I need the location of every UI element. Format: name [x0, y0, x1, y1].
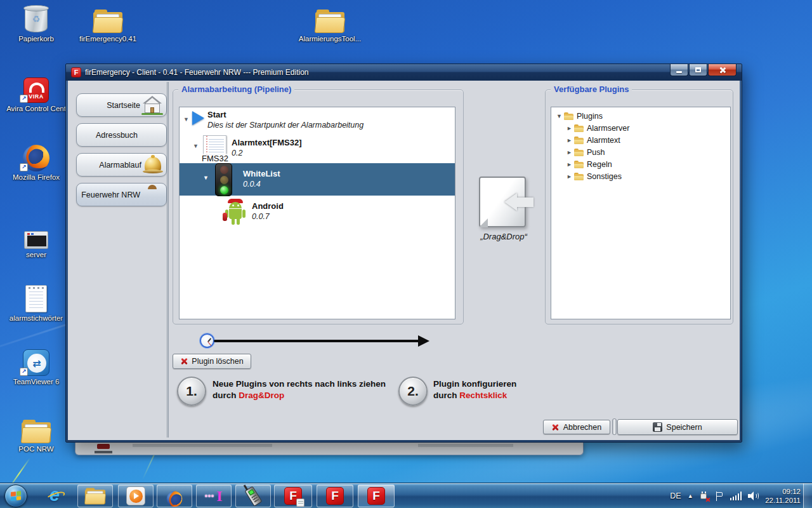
- taskbar-radio-button[interactable]: [235, 485, 271, 507]
- folder-icon: [22, 420, 51, 443]
- plugins-tree[interactable]: ▼ Plugins ► Alarmserver ► Alarmtext ►: [551, 107, 731, 319]
- desktop-icon-firefox[interactable]: ↗ Mozilla Firefox: [3, 142, 69, 182]
- expander-icon[interactable]: ►: [566, 161, 574, 168]
- window-body: Startseite Adressbuch Alarmablauf Feuerw…: [68, 81, 740, 440]
- expander-icon[interactable]: ►: [566, 149, 574, 156]
- step2-red-word: Rechtsklick: [459, 391, 507, 400]
- pipeline-node-start[interactable]: ▼ Start Dies ist der Startpunkt der Alar…: [180, 107, 455, 135]
- expander-icon[interactable]: ►: [566, 137, 574, 144]
- plugins-row-regeln[interactable]: ► Regeln: [566, 159, 612, 170]
- expander-icon[interactable]: ▼: [203, 175, 209, 181]
- desktop-icon-teamviewer[interactable]: ⇄ ↗ TeamViewer 6: [3, 347, 69, 386]
- media-player-icon: [126, 486, 145, 505]
- taskbar-firemergency-button-1[interactable]: F: [274, 485, 312, 507]
- show-desktop-button[interactable]: [803, 483, 812, 508]
- desktop-icon-label: firEmergency0.41: [75, 35, 141, 43]
- tray-time: 09:12: [765, 487, 801, 496]
- plugins-row-push[interactable]: ► Push: [566, 147, 605, 158]
- plugins-row-alarmserver[interactable]: ► Alarmserver: [566, 123, 629, 134]
- desktop-icon-alarmtool-folder[interactable]: AlarmierungsTool...: [297, 4, 363, 43]
- minimize-button[interactable]: [670, 64, 688, 76]
- background-window-edge[interactable]: [75, 441, 584, 455]
- network-plug-disconnected-icon[interactable]: [700, 491, 709, 501]
- tray-expand-icon[interactable]: ▲: [688, 493, 693, 499]
- node-title: Android: [252, 201, 284, 211]
- close-button[interactable]: [708, 64, 737, 76]
- background-window-fragment: [97, 444, 110, 449]
- tray-date: 22.11.2011: [765, 496, 801, 505]
- step2-number: 2.: [407, 384, 419, 399]
- taskbar-ie-button[interactable]: e: [44, 485, 70, 507]
- timeline-arrow: [214, 340, 419, 342]
- pipeline-node-whitelist-selected[interactable]: ▼ WhiteList 0.0.4: [180, 163, 455, 196]
- desktop-icon-label: server: [3, 251, 69, 259]
- tab-alarmablauf[interactable]: Alarmablauf: [76, 153, 167, 177]
- shortcut-arrow-icon: ↗: [20, 95, 28, 103]
- step1-text: Neue Plugins von rechts nach links ziehe…: [213, 378, 386, 401]
- delete-plugin-button[interactable]: Plugin löschen: [173, 354, 251, 369]
- action-center-flag-icon[interactable]: [716, 491, 724, 501]
- expander-icon[interactable]: ▼: [556, 113, 564, 119]
- maximize-button[interactable]: [689, 64, 707, 76]
- plugins-root-row[interactable]: ▼ Plugins: [556, 110, 603, 122]
- window-titlebar[interactable]: F firEmergency - Client - 0.41 - Feuerwe…: [66, 64, 742, 81]
- desktop-icon-recycle-bin[interactable]: ♻ Papierkorb: [3, 4, 69, 43]
- minimize-icon: [676, 71, 682, 73]
- tree-label: Regeln: [587, 160, 612, 169]
- node-subtitle: Dies ist der Startpunkt der Alarmabarbei…: [207, 121, 363, 130]
- expander-icon[interactable]: ▼: [183, 116, 189, 123]
- desktop-icon-server[interactable]: server: [3, 220, 69, 259]
- shortcut-arrow-icon: ↗: [20, 368, 28, 376]
- dragdrop-arrow-icon: [504, 193, 534, 211]
- save-button[interactable]: Speichern: [617, 419, 738, 435]
- people-icon: [139, 126, 163, 145]
- house-icon: [141, 96, 163, 115]
- node-title: Alarmtext[FMS32]: [232, 138, 302, 147]
- dragdrop-page-icon: [479, 177, 526, 227]
- folder-icon: [574, 137, 584, 144]
- tab-label: Startseite: [107, 101, 140, 110]
- tab-label: Adressbuch: [96, 131, 138, 140]
- signal-bars-icon[interactable]: [730, 491, 742, 500]
- pipeline-node-android[interactable]: Android 0.0.7: [180, 196, 455, 230]
- explorer-folder-icon: [85, 488, 105, 504]
- desktop-icon-alarmstichwoerter[interactable]: alarmstichwörter: [3, 283, 69, 323]
- expander-icon[interactable]: ►: [566, 125, 574, 131]
- language-indicator[interactable]: DE: [670, 491, 681, 500]
- taskbar-mediaplayer-button[interactable]: [118, 485, 154, 507]
- start-button[interactable]: [4, 485, 27, 507]
- desktop-icon-firemergency-folder[interactable]: firEmergency0.41: [75, 4, 141, 43]
- cancel-label: Abbrechen: [563, 423, 601, 432]
- start-play-icon: [192, 111, 204, 125]
- plugins-row-sonstiges[interactable]: ► Sonstiges: [566, 171, 622, 182]
- desktop-icon-label: alarmstichwörter: [3, 314, 69, 323]
- tab-startseite[interactable]: Startseite: [76, 93, 167, 117]
- node-version: 0.0.7: [252, 212, 284, 221]
- step2-badge: 2.: [398, 377, 428, 406]
- taskbar-explorer-button[interactable]: [77, 485, 113, 507]
- taskbar-firemergency-button-2[interactable]: F: [317, 485, 353, 507]
- pipeline-tree[interactable]: ▼ Start Dies ist der Startpunkt der Alar…: [179, 107, 455, 319]
- volume-icon[interactable]: [748, 491, 759, 500]
- folder-icon: [574, 161, 584, 168]
- expander-icon[interactable]: ►: [566, 173, 574, 180]
- pipeline-node-alarmtext[interactable]: ▼ FMS32 Alarmtext[FMS32] 0.2: [180, 135, 455, 163]
- floppy-disk-icon: [653, 422, 662, 432]
- firemergency-icon: F: [284, 487, 302, 505]
- maximize-icon: [695, 67, 701, 72]
- plugins-row-alarmtext[interactable]: ► Alarmtext: [566, 135, 620, 146]
- bell-icon: [143, 155, 163, 175]
- desktop-icon-poc-nrw[interactable]: POC NRW: [3, 414, 69, 453]
- tab-feuerwehr-nrw[interactable]: Feuerwehr NRW: [76, 183, 167, 206]
- taskbar-firefox-button[interactable]: [157, 485, 192, 507]
- tab-adressbuch[interactable]: Adressbuch: [76, 123, 167, 147]
- expander-icon[interactable]: ▼: [193, 143, 199, 149]
- folder-icon: [564, 112, 573, 120]
- taskbar-firemergency-button-3[interactable]: F: [358, 485, 395, 507]
- tray-clock[interactable]: 09:12 22.11.2011: [765, 487, 801, 505]
- taskbar-pink-tool-button[interactable]: I: [196, 485, 232, 507]
- tree-label: Sonstiges: [587, 172, 622, 181]
- desktop-icon-avira[interactable]: VIRA ↗ Avira Control Cent: [3, 74, 69, 113]
- taskbar: e I F F F DE ▲: [0, 483, 812, 508]
- cancel-button[interactable]: Abbrechen: [543, 420, 610, 434]
